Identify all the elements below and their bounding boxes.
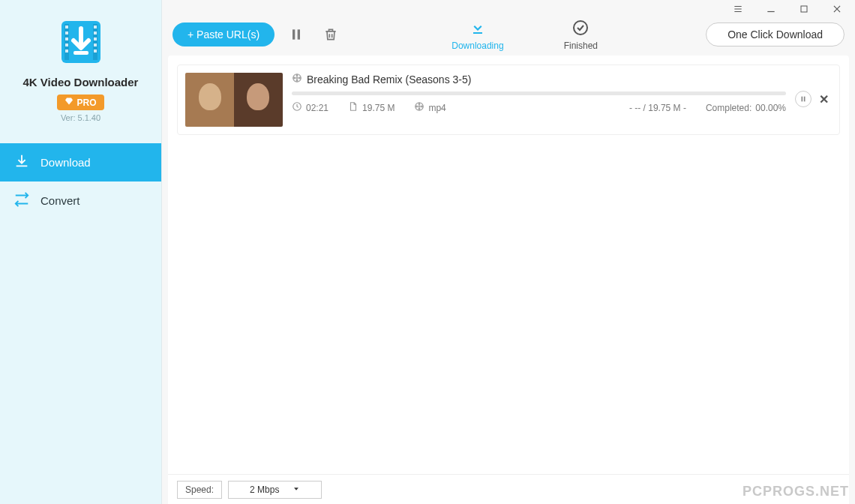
tab-label: Finished bbox=[564, 40, 598, 51]
svg-point-26 bbox=[416, 103, 424, 111]
downloading-icon bbox=[469, 19, 487, 39]
video-thumbnail bbox=[185, 73, 283, 127]
svg-point-18 bbox=[574, 21, 587, 34]
tabs: Downloading Finished bbox=[352, 19, 697, 51]
svg-rect-16 bbox=[298, 29, 300, 39]
svg-point-29 bbox=[422, 106, 423, 107]
svg-rect-17 bbox=[473, 32, 482, 34]
svg-rect-2 bbox=[93, 24, 98, 60]
download-title: Breaking Bad Remix (Seasons 3-5) bbox=[307, 74, 471, 86]
svg-point-21 bbox=[296, 75, 298, 76]
film-icon bbox=[292, 73, 302, 86]
main-panel: + Paste URL(s) Downloading Fi bbox=[162, 0, 855, 504]
svg-point-28 bbox=[419, 104, 421, 105]
download-item: Breaking Bad Remix (Seasons 3-5) 02:21 bbox=[177, 64, 840, 135]
svg-point-23 bbox=[296, 80, 298, 82]
download-body: Breaking Bad Remix (Seasons 3-5) 02:21 bbox=[292, 73, 786, 114]
svg-point-22 bbox=[299, 77, 301, 79]
app-logo bbox=[57, 18, 105, 68]
clock-icon bbox=[292, 101, 302, 114]
svg-point-19 bbox=[293, 74, 302, 82]
delete-all-button[interactable] bbox=[318, 22, 344, 47]
watermark: PCPROGS.NET bbox=[742, 484, 849, 500]
download-icon bbox=[14, 153, 30, 172]
tab-downloading[interactable]: Downloading bbox=[452, 19, 503, 51]
svg-point-31 bbox=[416, 106, 418, 107]
minimize-button[interactable] bbox=[765, 3, 777, 15]
progress-bar bbox=[292, 92, 786, 95]
svg-point-24 bbox=[294, 77, 296, 79]
sidebar: 4K Video Downloader PRO Ver: 5.1.40 Down… bbox=[0, 0, 162, 504]
duration-value: 02:21 bbox=[306, 103, 328, 113]
svg-rect-14 bbox=[801, 6, 807, 12]
format-value: mp4 bbox=[428, 103, 446, 113]
close-button[interactable] bbox=[831, 3, 843, 15]
svg-rect-10 bbox=[94, 38, 97, 40]
download-title-row: Breaking Bad Remix (Seasons 3-5) bbox=[292, 73, 786, 86]
svg-rect-5 bbox=[65, 38, 68, 40]
svg-point-30 bbox=[419, 109, 421, 110]
window-controls bbox=[162, 0, 855, 16]
svg-rect-15 bbox=[292, 29, 295, 39]
format-icon bbox=[414, 101, 424, 114]
paste-url-button[interactable]: + Paste URL(s) bbox=[172, 22, 274, 46]
svg-rect-1 bbox=[64, 24, 69, 60]
menu-icon[interactable] bbox=[732, 3, 744, 15]
sidebar-item-label: Convert bbox=[40, 194, 80, 207]
svg-rect-32 bbox=[802, 97, 803, 102]
svg-rect-33 bbox=[804, 97, 806, 102]
maximize-button[interactable] bbox=[798, 3, 810, 15]
size-value: 19.75 M bbox=[362, 103, 394, 113]
convert-icon bbox=[14, 191, 30, 210]
svg-point-20 bbox=[296, 77, 298, 79]
pause-all-button[interactable] bbox=[284, 22, 309, 47]
diamond-icon bbox=[64, 97, 74, 108]
tab-label: Downloading bbox=[452, 40, 503, 51]
svg-point-27 bbox=[418, 106, 420, 107]
svg-rect-8 bbox=[94, 26, 97, 28]
remove-item-button[interactable]: ✕ bbox=[819, 92, 829, 106]
speed-value: 2 Mbps bbox=[250, 484, 279, 495]
pro-label: PRO bbox=[76, 98, 96, 108]
svg-rect-3 bbox=[65, 26, 68, 28]
file-icon bbox=[348, 101, 358, 114]
sidebar-nav: Download Convert bbox=[0, 143, 161, 220]
transferred-value: - -- / 19.75 M - bbox=[629, 103, 686, 113]
svg-rect-4 bbox=[65, 32, 68, 34]
completed-pct: 00.00% bbox=[755, 103, 786, 113]
sidebar-item-label: Download bbox=[40, 156, 91, 169]
speed-label: Speed: bbox=[177, 481, 222, 499]
svg-rect-7 bbox=[65, 50, 68, 52]
sidebar-item-convert[interactable]: Convert bbox=[0, 182, 161, 220]
toolbar: + Paste URL(s) Downloading Fi bbox=[162, 16, 855, 52]
svg-rect-12 bbox=[94, 50, 97, 52]
finished-icon bbox=[572, 19, 590, 39]
version-label: Ver: 5.1.40 bbox=[61, 113, 100, 122]
download-list: Breaking Bad Remix (Seasons 3-5) 02:21 bbox=[168, 56, 849, 474]
speed-select[interactable]: 2 Mbps bbox=[228, 481, 322, 499]
svg-rect-6 bbox=[65, 44, 68, 46]
svg-rect-13 bbox=[74, 51, 88, 55]
sidebar-item-download[interactable]: Download bbox=[0, 143, 161, 182]
svg-rect-11 bbox=[94, 44, 97, 46]
completed-label: Completed: bbox=[706, 103, 752, 113]
one-click-download-button[interactable]: One Click Download bbox=[706, 22, 844, 46]
chevron-down-icon bbox=[292, 484, 300, 495]
tab-finished[interactable]: Finished bbox=[564, 19, 598, 51]
pro-badge: PRO bbox=[57, 94, 104, 110]
app-title: 4K Video Downloader bbox=[23, 76, 139, 88]
download-actions: ✕ bbox=[795, 73, 829, 107]
pause-item-button[interactable] bbox=[795, 91, 812, 107]
download-meta: 02:21 19.75 M mp4 bbox=[292, 101, 786, 114]
svg-rect-9 bbox=[94, 32, 97, 34]
